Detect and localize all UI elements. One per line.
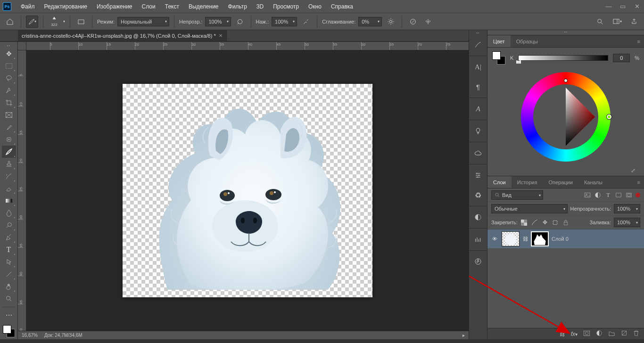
gradient-tool[interactable] (2, 195, 16, 207)
layer-opacity-input[interactable]: 100% (614, 204, 640, 213)
add-mask-icon[interactable] (583, 330, 590, 338)
rail-histogram[interactable] (469, 231, 487, 247)
shape-tool[interactable] (2, 268, 16, 280)
healing-tool[interactable] (2, 133, 16, 146)
rail-glyphs[interactable]: A (469, 101, 487, 117)
layer-thumbnail[interactable] (502, 231, 520, 246)
menu-text[interactable]: Текст (160, 0, 184, 13)
window-restore-button[interactable]: ▭ (616, 0, 630, 13)
menu-help[interactable]: Справка (326, 0, 358, 13)
layer-row[interactable]: 👁 ⛓ Слой 0 (487, 229, 644, 248)
color-triangle[interactable] (533, 84, 599, 150)
rail-styles[interactable]: ♻ (469, 187, 487, 203)
panel-menu-button[interactable]: ≡ (634, 176, 644, 188)
link-layers-icon[interactable]: ⛓ (560, 331, 565, 337)
layer-fx-icon[interactable]: fx▾ (571, 331, 578, 337)
menu-filter[interactable]: Фильтр (223, 0, 252, 13)
search-button[interactable] (594, 16, 606, 28)
foreground-background-colors[interactable] (2, 324, 16, 338)
delete-layer-icon[interactable] (633, 330, 639, 338)
flow-dropdown[interactable]: 100% (272, 17, 297, 26)
menu-view[interactable]: Просмотр (268, 0, 304, 13)
lock-paint-icon[interactable] (531, 219, 538, 226)
filter-smart-icon[interactable] (625, 191, 633, 199)
visibility-icon[interactable]: 👁 (490, 236, 499, 242)
airbrush-button[interactable] (300, 16, 312, 28)
tab-actions[interactable]: Операции (543, 176, 578, 188)
marquee-tool[interactable] (2, 60, 16, 72)
smoothing-settings-button[interactable] (385, 16, 397, 28)
rail-paragraph[interactable]: ¶ (469, 79, 487, 95)
new-layer-icon[interactable] (621, 330, 627, 338)
menu-edit[interactable]: Редактирование (40, 0, 92, 13)
type-tool[interactable]: T (2, 244, 16, 256)
zoom-level[interactable]: 16,67% (22, 333, 38, 338)
tab-color[interactable]: Цвет (487, 35, 511, 47)
rail-adjustments[interactable] (469, 167, 487, 183)
lock-all-icon[interactable] (562, 219, 570, 226)
window-minimize-button[interactable]: — (602, 0, 616, 13)
rail-navigator[interactable] (469, 253, 487, 270)
filter-toggle[interactable] (636, 193, 640, 197)
mask-thumbnail[interactable] (531, 231, 549, 246)
blend-mode-dropdown[interactable]: Нормальный (117, 17, 169, 26)
brush-sample[interactable]: 322 (48, 15, 60, 29)
quick-select-tool[interactable] (2, 84, 16, 97)
new-group-icon[interactable] (608, 330, 615, 338)
tab-channels[interactable]: Каналы (578, 176, 608, 188)
rail-learn[interactable] (469, 123, 487, 139)
menu-select[interactable]: Выделение (184, 0, 223, 13)
color-wheel[interactable] (521, 72, 611, 162)
pen-tool[interactable] (2, 231, 16, 244)
statusbar-arrow-icon[interactable]: ▸ (462, 333, 465, 338)
zoom-tool[interactable] (2, 293, 16, 305)
move-tool[interactable]: ✥ (2, 48, 16, 60)
foreground-swatch[interactable] (3, 325, 11, 334)
crop-tool[interactable] (2, 97, 16, 109)
tab-history[interactable]: История (512, 176, 543, 188)
mask-link-icon[interactable]: ⛓ (522, 236, 528, 242)
path-select-tool[interactable] (2, 256, 16, 268)
k-slider[interactable] (518, 55, 608, 61)
rail-half-circle[interactable] (469, 209, 487, 225)
menu-image[interactable]: Изображение (92, 0, 137, 13)
stamp-tool[interactable] (2, 158, 16, 170)
eraser-tool[interactable] (2, 182, 16, 195)
layer-filter-dropdown[interactable]: Вид (491, 190, 543, 200)
workspace-button[interactable]: ▾ (611, 16, 623, 28)
eyedropper-tool[interactable] (2, 121, 16, 133)
k-value-input[interactable] (613, 54, 630, 62)
layer-name[interactable]: Слой 0 (552, 236, 569, 242)
symmetry-button[interactable] (422, 16, 434, 28)
lock-artboard-icon[interactable] (552, 219, 559, 226)
brush-settings-button[interactable] (75, 16, 87, 28)
color-swatch[interactable] (492, 51, 505, 65)
panel-menu-button[interactable]: ≡ (634, 35, 644, 47)
document-tab[interactable]: cristina-anne-costello-c4Ajl--KR1w-unspl… (18, 30, 227, 41)
smoothing-dropdown[interactable]: 0% (358, 17, 382, 26)
window-close-button[interactable]: ✕ (630, 0, 644, 13)
pressure-opacity-button[interactable] (234, 16, 246, 28)
filter-adjust-icon[interactable] (594, 191, 602, 199)
menu-window[interactable]: Окно (304, 0, 326, 13)
filter-type-icon[interactable]: T (604, 191, 612, 199)
dodge-tool[interactable] (2, 219, 16, 231)
home-button[interactable] (4, 16, 16, 28)
tool-preset-brush[interactable]: ▾ (26, 16, 38, 28)
adjustment-layer-icon[interactable] (596, 330, 603, 338)
frame-tool[interactable] (2, 109, 16, 121)
menu-layers[interactable]: Слои (137, 0, 160, 13)
history-brush-tool[interactable] (2, 170, 16, 182)
lasso-tool[interactable] (2, 72, 16, 84)
rail-brush-settings[interactable] (469, 37, 487, 53)
lock-transparency-icon[interactable] (520, 219, 528, 226)
pressure-size-button[interactable] (407, 16, 419, 28)
hue-handle[interactable] (607, 114, 611, 119)
viewport[interactable] (26, 50, 469, 331)
edit-toolbar-button[interactable]: ⋯ (2, 309, 16, 321)
inner-handle[interactable] (564, 79, 568, 82)
rail-libraries[interactable] (469, 145, 487, 161)
filter-shape-icon[interactable] (615, 191, 622, 199)
close-icon[interactable]: ✕ (219, 33, 223, 38)
share-button[interactable] (628, 16, 640, 28)
